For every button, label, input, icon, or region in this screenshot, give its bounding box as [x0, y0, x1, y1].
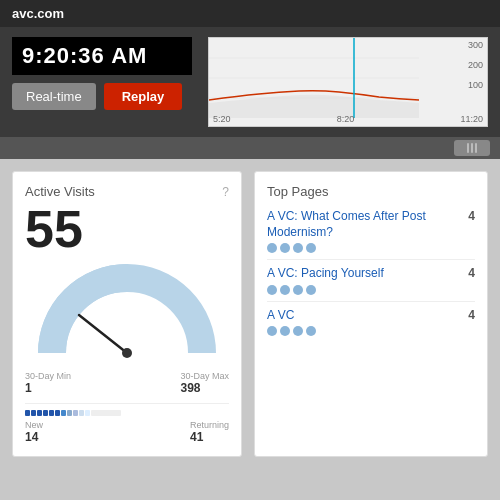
new-stat: New 14	[25, 420, 43, 444]
bar-seg-8	[67, 410, 72, 416]
page-item: A VC: Pacing Yourself4	[267, 260, 475, 302]
y-label-300: 300	[468, 40, 483, 50]
gauge-labels: 30-Day Min 1 30-Day Max 398	[25, 371, 229, 395]
x-label-520: 5:20	[213, 114, 231, 124]
page-item-title[interactable]: A VC: Pacing Yourself	[267, 266, 384, 282]
thumb-line-2	[471, 143, 473, 153]
x-label-820: 8:20	[337, 114, 355, 124]
gauge-container	[25, 263, 229, 363]
dot	[280, 326, 290, 336]
page-item-row: A VC: Pacing Yourself4	[267, 266, 475, 282]
min-label-item: 30-Day Min 1	[25, 371, 71, 395]
y-label-100: 100	[468, 80, 483, 90]
min-label-value: 1	[25, 381, 71, 395]
stats-row: New 14 Returning 41	[25, 420, 229, 444]
thumb-line-1	[467, 143, 469, 153]
top-pages-title: Top Pages	[267, 184, 328, 199]
page-item-row: A VC: What Comes After Post Modernism?4	[267, 209, 475, 240]
scrollbar-thumb[interactable]	[454, 140, 490, 156]
page-dots	[267, 326, 475, 336]
x-label-1120: 11:20	[460, 114, 483, 124]
thumb-line-3	[475, 143, 477, 153]
active-visits-help[interactable]: ?	[222, 185, 229, 199]
max-label-item: 30-Day Max 398	[180, 371, 229, 395]
header-section: 9:20:36 AM Real-time Replay 300 200 100 …	[0, 27, 500, 137]
time-display: 9:20:36 AM	[12, 37, 192, 75]
max-label-title: 30-Day Max	[180, 371, 229, 381]
dot	[293, 243, 303, 253]
bar-seg-9	[73, 410, 78, 416]
bar-seg-4	[43, 410, 48, 416]
progress-bar-container	[25, 410, 229, 416]
dot	[306, 285, 316, 295]
active-visits-title: Active Visits	[25, 184, 95, 199]
bar-seg-1	[25, 410, 30, 416]
bar-seg-2	[31, 410, 36, 416]
top-pages-card: Top Pages A VC: What Comes After Post Mo…	[254, 171, 488, 457]
page-item-row: A VC4	[267, 308, 475, 324]
returning-value: 41	[190, 430, 229, 444]
page-dots	[267, 285, 475, 295]
realtime-button[interactable]: Real-time	[12, 83, 96, 110]
returning-label: Returning	[190, 420, 229, 430]
chart-y-labels: 300 200 100	[468, 40, 483, 90]
dot	[267, 243, 277, 253]
svg-point-5	[122, 348, 132, 358]
bar-seg-7	[61, 410, 66, 416]
page-dots	[267, 243, 475, 253]
left-panel: 9:20:36 AM Real-time Replay	[12, 37, 192, 110]
main-content: Active Visits ? 55 30-Day Min 1	[0, 159, 500, 469]
min-label-title: 30-Day Min	[25, 371, 71, 381]
bar-seg-empty	[91, 410, 121, 416]
gauge-svg	[37, 263, 217, 363]
chart-x-labels: 5:20 8:20 11:20	[209, 114, 487, 124]
visits-count: 55	[25, 203, 229, 255]
active-visits-header: Active Visits ?	[25, 184, 229, 199]
dot	[306, 326, 316, 336]
dot	[267, 326, 277, 336]
active-visits-card: Active Visits ? 55 30-Day Min 1	[12, 171, 242, 457]
page-item-title[interactable]: A VC: What Comes After Post Modernism?	[267, 209, 460, 240]
max-label-value: 398	[180, 381, 229, 395]
bar-seg-3	[37, 410, 42, 416]
dot	[267, 285, 277, 295]
dot	[293, 326, 303, 336]
new-label: New	[25, 420, 43, 430]
page-item-count: 4	[468, 266, 475, 280]
top-bar: avc.com	[0, 0, 500, 27]
svg-line-4	[79, 315, 127, 353]
dot	[280, 243, 290, 253]
bar-seg-10	[79, 410, 84, 416]
top-pages-header: Top Pages	[267, 184, 475, 199]
scrollbar-thumb-lines	[467, 143, 477, 153]
page-item-count: 4	[468, 209, 475, 223]
bar-seg-5	[49, 410, 54, 416]
new-value: 14	[25, 430, 43, 444]
bar-seg-6	[55, 410, 60, 416]
site-title: avc.com	[12, 6, 64, 21]
page-list: A VC: What Comes After Post Modernism?4A…	[267, 203, 475, 342]
replay-button[interactable]: Replay	[104, 83, 183, 110]
page-item: A VC: What Comes After Post Modernism?4	[267, 203, 475, 260]
page-item-count: 4	[468, 308, 475, 322]
progress-section: New 14 Returning 41	[25, 403, 229, 444]
dot	[293, 285, 303, 295]
page-item: A VC4	[267, 302, 475, 343]
scrollbar-area	[0, 137, 500, 159]
chart-area: 300 200 100 5:20 8:20 11:20	[208, 37, 488, 127]
bar-seg-11	[85, 410, 90, 416]
dot	[280, 285, 290, 295]
button-row: Real-time Replay	[12, 83, 192, 110]
returning-stat: Returning 41	[190, 420, 229, 444]
y-label-200: 200	[468, 60, 483, 70]
dot	[306, 243, 316, 253]
page-item-title[interactable]: A VC	[267, 308, 294, 324]
